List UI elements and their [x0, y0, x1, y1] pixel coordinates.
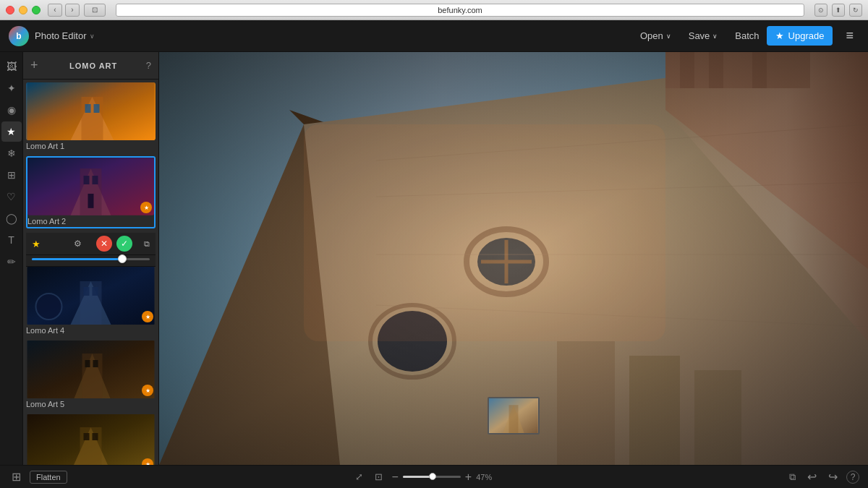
svg-rect-9	[92, 176, 98, 184]
sidebar-item-effects[interactable]: ✦	[1, 78, 22, 98]
app-title-chevron: ∨	[90, 33, 95, 40]
premium-badge-lomo2: ★	[140, 202, 152, 213]
app-title-text: Photo Editor	[35, 30, 87, 41]
copy-button[interactable]: ⧉	[786, 470, 799, 484]
open-button[interactable]: Open ∨	[633, 26, 678, 46]
sidebar-item-overlays[interactable]: ♡	[1, 187, 22, 207]
browser-icon-1[interactable]: ⊙	[814, 4, 827, 17]
confirm-button[interactable]: ✓	[116, 236, 132, 252]
artsy-icon: ★	[7, 126, 16, 137]
help-button[interactable]: ?	[846, 471, 859, 484]
canvas-area	[159, 52, 868, 465]
premium-badge-lomo6: ★	[142, 458, 153, 465]
svg-rect-14	[84, 287, 90, 296]
zoom-controls: − + 47%	[391, 471, 501, 484]
url-text: befunky.com	[438, 6, 482, 14]
filter-preview-lomo2	[27, 158, 154, 215]
redo-button[interactable]: ↪	[825, 468, 841, 485]
filter-thumbnail-lomo4: ★	[26, 267, 156, 325]
list-item[interactable]: Lomo Art 1	[26, 82, 156, 152]
browser-tab-button[interactable]: ⊡	[84, 4, 106, 17]
svg-rect-25	[84, 433, 90, 440]
fit-button[interactable]: ⤢	[352, 470, 366, 484]
effects-icon: ✦	[7, 82, 16, 94]
sidebar-item-draw[interactable]: ✏	[1, 252, 22, 272]
browser-back-button[interactable]: ‹	[48, 4, 62, 17]
slider-thumb[interactable]	[118, 254, 127, 263]
list-item[interactable]: ★ Lomo Art 4	[26, 267, 156, 336]
cancel-icon: ✕	[101, 239, 108, 249]
filter-list: Lomo Art 1	[23, 80, 158, 465]
filter-thumbnail-lomo6: ★	[26, 414, 156, 465]
sidebar-item-seasonal[interactable]: ❄	[1, 143, 22, 163]
filter-name-lomo4: Lomo Art 4	[26, 325, 156, 336]
toolbar-right: ⧉ ↩ ↪ ?	[786, 468, 859, 485]
svg-rect-13	[80, 281, 102, 325]
sidebar-item-photo[interactable]: 🖼	[1, 56, 22, 77]
add-filter-button[interactable]: +	[30, 58, 38, 73]
browser-url-bar[interactable]: befunky.com	[116, 4, 804, 17]
cancel-button[interactable]: ✕	[96, 236, 112, 252]
filter-thumbnail-lomo5: ★	[26, 341, 156, 398]
svg-rect-55	[509, 405, 519, 433]
filter-preview-lomo5	[26, 341, 156, 398]
browser-maximize-dot[interactable]	[32, 6, 41, 14]
svg-rect-3	[85, 104, 91, 113]
slider-row[interactable]	[26, 255, 156, 267]
sidebar-item-text[interactable]: T	[1, 230, 22, 250]
seasonal-icon: ❄	[7, 147, 16, 159]
zoom-in-button[interactable]: +	[465, 471, 472, 484]
browser-icon-2[interactable]: ⬆	[832, 4, 845, 17]
sidebar-item-frames[interactable]: ⊞	[1, 165, 22, 185]
crop-button[interactable]: ⊡	[372, 470, 386, 484]
svg-point-16	[36, 294, 62, 320]
filter-panel-title: LOMO ART	[69, 61, 117, 70]
filter-panel-header: + LOMO ART ?	[23, 52, 158, 80]
batch-button[interactable]: Batch	[728, 26, 766, 46]
app-logo: b	[9, 26, 29, 46]
photo-icon: 🖼	[7, 61, 17, 72]
zoom-slider-thumb[interactable]	[429, 473, 436, 480]
layers-button[interactable]: ⊞	[9, 468, 24, 485]
sidebar-item-stickers[interactable]: ◯	[1, 208, 22, 228]
list-item[interactable]: ★ Lomo Art 6	[26, 414, 156, 465]
overlays-icon: ♡	[7, 191, 16, 202]
intensity-slider-track[interactable]	[32, 258, 150, 260]
main-layout: 🖼 ✦ ◉ ★ ❄ ⊞ ♡ ◯ T ✏ + L	[0, 52, 868, 465]
sidebar-icons: 🖼 ✦ ◉ ★ ❄ ⊞ ♡ ◯ T ✏	[0, 52, 23, 465]
zoom-slider-fill	[403, 476, 430, 478]
flatten-button[interactable]: Flatten	[30, 471, 67, 484]
browser-minimize-dot[interactable]	[19, 6, 27, 14]
thumb-image	[489, 398, 538, 433]
filter-info-button[interactable]: ?	[146, 60, 151, 71]
premium-badge-lomo5: ★	[142, 385, 153, 396]
upgrade-button[interactable]: ★ Upgrade	[767, 26, 833, 46]
svg-rect-52	[304, 124, 665, 341]
save-button[interactable]: Save ∨	[681, 26, 726, 46]
list-item[interactable]: ★ Lomo Art 2	[26, 156, 156, 228]
browser-icon-3[interactable]: ↻	[849, 4, 862, 17]
filter-preview-lomo6	[26, 414, 156, 465]
svg-rect-4	[94, 104, 100, 113]
upgrade-icon: ★	[775, 30, 784, 41]
sidebar-item-touch[interactable]: ◉	[1, 100, 22, 120]
thumbnail-preview	[488, 397, 540, 435]
browser-forward-button[interactable]: ›	[65, 4, 80, 17]
zoom-percentage: 47%	[476, 473, 501, 481]
zoom-slider[interactable]	[403, 476, 461, 478]
confirm-icon: ✓	[121, 239, 128, 249]
slider-fill	[32, 258, 120, 260]
filter-thumbnail-lomo1	[26, 82, 156, 140]
menu-button[interactable]: ≡	[840, 25, 859, 46]
browser-close-dot[interactable]	[6, 6, 14, 14]
text-icon: T	[8, 234, 14, 246]
favorite-icon[interactable]: ★	[32, 239, 41, 249]
frames-icon: ⊞	[7, 169, 16, 181]
list-item[interactable]: ★ Lomo Art 5	[26, 341, 156, 410]
app-title-container[interactable]: Photo Editor ∨	[35, 30, 95, 41]
zoom-out-button[interactable]: −	[391, 471, 398, 484]
svg-rect-2	[82, 97, 103, 140]
undo-button[interactable]: ↩	[804, 468, 820, 485]
svg-rect-15	[93, 287, 98, 296]
sidebar-item-artsy[interactable]: ★	[1, 121, 22, 142]
